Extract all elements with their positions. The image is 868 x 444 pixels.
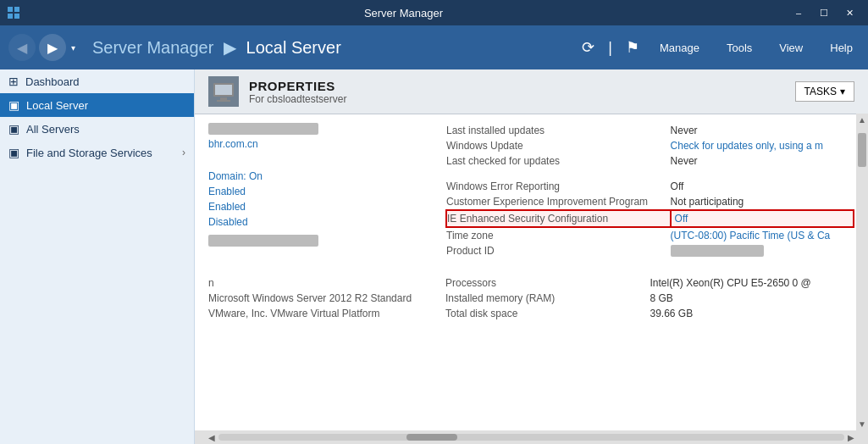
scroll-right-arrow-icon[interactable]: ▶ <box>848 433 854 442</box>
scroll-left-arrow-icon[interactable]: ◀ <box>208 433 215 442</box>
processors-row: Processors Intel(R) Xeon(R) CPU E5-2650 … <box>445 275 854 291</box>
ram-value: 8 GB <box>650 291 855 306</box>
sidebar-item-dashboard[interactable]: ⊞ Dashboard <box>0 69 194 93</box>
svg-rect-5 <box>215 85 232 95</box>
product-id-bar <box>671 245 764 257</box>
ie-enhanced-row[interactable]: IE Enhanced Security Configuration Off <box>446 210 854 227</box>
minimize-button[interactable]: – <box>787 3 810 22</box>
nav-dropdown-arrow[interactable]: ▾ <box>71 43 75 53</box>
properties-title: PROPERTIES <box>249 79 346 93</box>
vertical-scroll-thumb[interactable] <box>858 133 866 167</box>
bottom-left-props: n Microsoft Windows Server 2012 R2 Stand… <box>208 275 428 321</box>
windows-update-row: Windows Update Check for updates only, u… <box>446 138 854 153</box>
tools-menu-button[interactable]: Tools <box>720 38 759 58</box>
close-button[interactable]: ✕ <box>838 3 861 22</box>
product-id-label: Product ID <box>446 243 671 258</box>
tasks-button[interactable]: TASKS ▾ <box>795 81 854 102</box>
left-properties: bhr.com.cn Domain: On Enabled <box>208 123 428 258</box>
properties-content: bhr.com.cn Domain: On Enabled <box>195 114 868 430</box>
ceip-label: Customer Experience Improvement Program <box>446 194 671 210</box>
ie-security-admin-link[interactable]: Enabled <box>208 184 263 199</box>
refresh-icon[interactable]: ⟳ <box>582 38 594 57</box>
properties-subtitle: For cbsloadtestserver <box>249 93 346 105</box>
back-button[interactable]: ◀ <box>8 34 36 61</box>
vm-row: VMware, Inc. VMware Virtual Platform <box>208 306 412 321</box>
remote-mgmt-link[interactable]: Disabled <box>208 214 263 230</box>
breadcrumb-separator: ▶ <box>224 38 236 57</box>
os-label: Microsoft Windows Server 2012 R2 Standar… <box>208 291 412 306</box>
vertical-scroll-track[interactable] <box>858 125 866 419</box>
disk-value: 39.66 GB <box>650 306 855 321</box>
vertical-scrollbar[interactable]: ▲ ▼ <box>856 114 868 430</box>
window-controls: – ☐ ✕ <box>787 3 861 22</box>
horizontal-scroll-track[interactable] <box>218 434 844 441</box>
window-title: Server Manager <box>20 7 787 19</box>
ie-enhanced-value[interactable]: Off <box>675 213 688 225</box>
product-id-row: Product ID <box>446 243 854 258</box>
os-prefix-value: n <box>208 277 214 289</box>
tasks-label: TASKS <box>804 86 837 97</box>
sidebar-item-file-storage[interactable]: ▣ File and Storage Services › <box>0 141 194 164</box>
last-checked-row: Last checked for updates Never <box>446 153 854 169</box>
sidebar-item-all-servers-label: All Servers <box>26 123 80 136</box>
all-servers-icon: ▣ <box>8 122 19 136</box>
toolbar-actions: ⟳ | ⚑ Manage Tools View Help <box>582 38 860 58</box>
bottom-bar <box>208 235 318 247</box>
windows-update-label: Windows Update <box>446 138 671 153</box>
domain-on-link[interactable]: Domain: On <box>208 169 263 184</box>
ie-security-users-value: Enabled <box>208 201 246 213</box>
maximize-button[interactable]: ☐ <box>812 3 836 22</box>
manage-menu-button[interactable]: Manage <box>653 38 706 58</box>
ceip-value: Not participating <box>671 194 854 210</box>
last-checked-value: Never <box>671 153 854 169</box>
app-icon <box>7 6 20 19</box>
sidebar-item-local-server-label: Local Server <box>26 99 88 112</box>
scroll-up-arrow-icon[interactable]: ▲ <box>858 114 866 125</box>
time-zone-row: Time zone (UTC-08:00) Pacific Time (US &… <box>446 227 854 243</box>
dashboard-icon: ⊞ <box>8 75 19 88</box>
ie-security-users-link[interactable]: Enabled <box>208 199 263 214</box>
svg-rect-1 <box>14 7 19 12</box>
domain-link[interactable]: bhr.com.cn <box>208 138 428 150</box>
forward-button[interactable]: ▶ <box>39 34 66 61</box>
breadcrumb-path: Server Manager ▶ Local Server <box>92 37 575 58</box>
disk-label: Total disk space <box>445 306 650 321</box>
help-menu-button[interactable]: Help <box>823 38 860 58</box>
horizontal-scrollbar[interactable]: ◀ ▶ <box>195 430 868 444</box>
bottom-columns: n Microsoft Windows Server 2012 R2 Stand… <box>208 275 854 321</box>
ram-row: Installed memory (RAM) 8 GB <box>445 291 854 306</box>
last-installed-value: Never <box>671 123 854 138</box>
svg-rect-0 <box>8 7 13 12</box>
horizontal-scroll-thumb[interactable] <box>406 434 457 441</box>
view-menu-button[interactable]: View <box>772 38 810 58</box>
time-zone-value[interactable]: (UTC-08:00) Pacific Time (US & Ca <box>671 227 854 243</box>
windows-error-value: Off <box>671 179 854 194</box>
product-id-value-cell <box>671 243 854 258</box>
title-bar: Server Manager – ☐ ✕ <box>0 0 868 25</box>
os-prefix: n <box>208 275 412 291</box>
svg-rect-7 <box>217 100 230 102</box>
vm-label: VMware, Inc. VMware Virtual Platform <box>208 306 412 321</box>
sidebar-item-local-server[interactable]: ▣ Local Server <box>0 93 194 117</box>
sidebar-item-all-servers[interactable]: ▣ All Servers <box>0 117 194 141</box>
breadcrumb-root[interactable]: Server Manager <box>92 38 213 57</box>
properties-icon <box>208 76 239 107</box>
properties-header: PROPERTIES For cbsloadtestserver TASKS ▾ <box>195 69 868 114</box>
bottom-right-props: Processors Intel(R) Xeon(R) CPU E5-2650 … <box>445 275 854 321</box>
breadcrumb-current: Local Server <box>246 38 341 57</box>
windows-update-value[interactable]: Check for updates only, using a m <box>671 138 854 153</box>
content-area: PROPERTIES For cbsloadtestserver TASKS ▾… <box>195 69 868 444</box>
disk-row: Total disk space 39.66 GB <box>445 306 854 321</box>
time-zone-label: Time zone <box>446 227 671 243</box>
toolbar: ◀ ▶ ▾ Server Manager ▶ Local Server ⟳ | … <box>0 25 868 69</box>
bottom-section: n Microsoft Windows Server 2012 R2 Stand… <box>208 275 854 321</box>
hostname-bar <box>208 123 318 135</box>
properties-header-left: PROPERTIES For cbsloadtestserver <box>208 76 346 107</box>
remote-mgmt-value: Disabled <box>208 216 248 228</box>
scroll-down-arrow-icon[interactable]: ▼ <box>858 419 866 430</box>
file-storage-chevron-icon: › <box>182 147 185 158</box>
svg-rect-3 <box>14 14 19 19</box>
svg-rect-2 <box>8 14 13 19</box>
windows-error-row: Windows Error Reporting Off <box>446 179 854 194</box>
notifications-flag-icon[interactable]: ⚑ <box>626 38 639 57</box>
